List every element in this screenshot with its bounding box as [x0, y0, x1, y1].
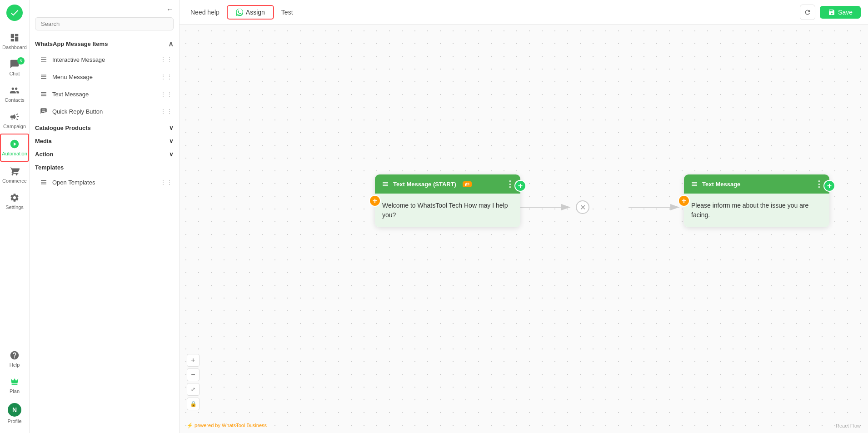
nav-bar: Dashboard 5 Chat Contacts Campaign Autom… [0, 0, 30, 433]
avatar: N [8, 403, 21, 417]
nav-item-settings[interactable]: Settings [0, 188, 29, 214]
nav-label-automation: Automation [2, 151, 27, 156]
start-node-plus-right[interactable]: + [514, 180, 526, 192]
save-button[interactable]: Save [820, 6, 861, 19]
need-help-link[interactable]: Need help [187, 7, 223, 18]
second-node-body: Please inform me about the issue you are… [684, 194, 829, 227]
sidebar-item-text-message[interactable]: Text Message ⋮⋮ [30, 85, 179, 103]
start-node-tag: 🏷 [463, 181, 472, 187]
main-area: Need help Assign Test Save [180, 0, 868, 433]
sidebar-collapse-btn[interactable]: ← [166, 5, 174, 14]
nav-label-chat: Chat [9, 71, 20, 76]
nav-item-campaign[interactable]: Campaign [0, 107, 29, 134]
second-node-menu[interactable]: ⋮ [815, 179, 823, 189]
nav-label-commerce: Commerce [2, 178, 27, 184]
second-node-plus-left[interactable]: + [678, 195, 690, 207]
test-link[interactable]: Test [278, 7, 297, 18]
sidebar-item-quick-reply[interactable]: Quick Reply Button ⋮⋮ [30, 103, 179, 120]
topbar: Need help Assign Test Save [180, 0, 868, 25]
start-node-menu[interactable]: ⋮ [506, 179, 514, 189]
canvas-footer: ⚡ powered by WhatsTool Business [187, 423, 267, 428]
nav-item-profile[interactable]: N Profile [5, 398, 23, 428]
connector-x[interactable]: ✕ [576, 200, 589, 214]
second-node-header: Text Message ⋮ [684, 174, 829, 194]
sidebar-section-catalogue[interactable]: Catalogue Products ∨ [30, 120, 179, 133]
sidebar-section-action[interactable]: Action ∨ [30, 146, 179, 159]
sidebar-item-interactive-message[interactable]: Interactive Message ⋮⋮ [30, 51, 179, 68]
start-node: + Text Message (START) 🏷 ⋮ Welcome to Wh… [375, 174, 520, 227]
nav-label-help: Help [10, 362, 20, 368]
nav-item-help[interactable]: Help [5, 346, 23, 372]
chevron-down-icon: ∨ [169, 138, 174, 144]
second-node-plus-right[interactable]: + [823, 180, 835, 192]
flow-canvas[interactable]: + Text Message (START) 🏷 ⋮ Welcome to Wh… [180, 25, 868, 433]
fit-view-button[interactable]: ⤢ [187, 383, 200, 396]
nav-item-contacts[interactable]: Contacts [0, 81, 29, 107]
connection-lines [180, 25, 868, 433]
lock-button[interactable]: 🔒 [187, 398, 200, 410]
drag-icon: ⋮⋮ [160, 179, 173, 186]
nav-label-settings: Settings [5, 204, 24, 210]
second-node: + Text Message ⋮ Please inform me about … [684, 174, 829, 227]
drag-icon: ⋮⋮ [160, 108, 173, 115]
start-node-header: Text Message (START) 🏷 ⋮ [375, 174, 520, 194]
sidebar-section-whatsapp[interactable]: WhatsApp Message Items ∧ [30, 36, 179, 51]
start-node-body: Welcome to WhatsTool Tech How may I help… [375, 194, 520, 227]
sidebar-item-open-templates[interactable]: Open Templates ⋮⋮ [30, 174, 179, 191]
nav-label-dashboard: Dashboard [2, 45, 27, 50]
logo[interactable] [6, 5, 23, 21]
chevron-down-icon: ∨ [169, 151, 174, 158]
assign-button[interactable]: Assign [227, 5, 274, 20]
chevron-up-icon: ∧ [168, 40, 174, 48]
sidebar-section-templates: Templates [30, 159, 179, 174]
drag-icon: ⋮⋮ [160, 56, 173, 63]
zoom-out-button[interactable]: − [187, 368, 200, 381]
drag-icon: ⋮⋮ [160, 73, 173, 80]
nav-label-profile: Profile [7, 418, 21, 424]
second-node-title: Text Message [702, 181, 740, 188]
nav-item-commerce[interactable]: Commerce [0, 162, 29, 188]
nav-bottom: Help Plan N Profile [5, 346, 23, 428]
nav-label-plan: Plan [10, 388, 20, 394]
topbar-nav: Need help Assign Test [187, 5, 793, 20]
topbar-actions: Save [800, 5, 861, 20]
nav-label-contacts: Contacts [5, 97, 24, 103]
refresh-button[interactable] [800, 5, 815, 20]
start-node-title: Text Message (START) [393, 181, 456, 188]
sidebar: ← WhatsApp Message Items ∧ Interactive M… [30, 0, 180, 433]
chevron-down-icon: ∨ [169, 124, 174, 131]
zoom-controls: + − ⤢ 🔒 [187, 354, 200, 410]
nav-item-dashboard[interactable]: Dashboard [0, 28, 29, 55]
chat-badge: 5 [17, 57, 25, 65]
drag-icon: ⋮⋮ [160, 90, 173, 98]
nav-item-automation[interactable]: Automation [0, 134, 29, 162]
nav-item-chat[interactable]: 5 Chat [0, 55, 29, 81]
sidebar-section-media[interactable]: Media ∨ [30, 133, 179, 146]
sidebar-search-input[interactable] [35, 17, 174, 30]
nav-label-campaign: Campaign [3, 124, 26, 129]
zoom-in-button[interactable]: + [187, 354, 200, 367]
react-flow-label: React Flow [836, 423, 861, 428]
start-node-plus-left[interactable]: + [369, 195, 381, 207]
sidebar-item-menu-message[interactable]: Menu Message ⋮⋮ [30, 68, 179, 85]
nav-item-plan[interactable]: Plan [5, 372, 23, 398]
